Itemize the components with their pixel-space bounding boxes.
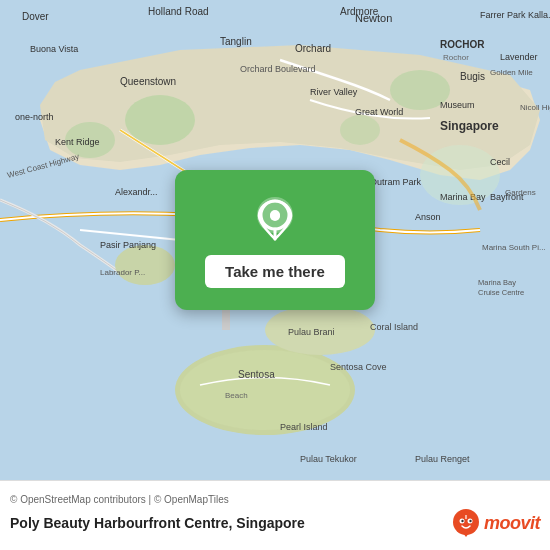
svg-text:Orchard: Orchard <box>295 43 331 54</box>
svg-point-70 <box>464 511 468 515</box>
pin-icon <box>250 193 300 243</box>
svg-point-10 <box>180 350 350 430</box>
svg-marker-72 <box>463 533 469 537</box>
svg-text:Anson: Anson <box>415 212 441 222</box>
svg-text:Singapore: Singapore <box>440 119 499 133</box>
svg-text:one-north: one-north <box>15 112 54 122</box>
svg-text:Pulau Renget: Pulau Renget <box>415 454 470 464</box>
svg-text:Buona Vista: Buona Vista <box>30 44 78 54</box>
svg-text:ROCHOR: ROCHOR <box>440 39 485 50</box>
place-name: Poly Beauty Harbourfront Centre, Singapo… <box>10 515 305 531</box>
svg-text:Tanglin: Tanglin <box>220 36 252 47</box>
svg-text:Marina Bay: Marina Bay <box>440 192 486 202</box>
svg-text:Gardens: Gardens <box>505 188 536 197</box>
svg-text:Outram Park: Outram Park <box>370 177 422 187</box>
svg-point-12 <box>115 245 175 285</box>
svg-text:Bugis: Bugis <box>460 71 485 82</box>
svg-text:Kalla...: Kalla... <box>528 10 550 20</box>
svg-point-8 <box>340 115 380 145</box>
svg-text:Cecil: Cecil <box>490 157 510 167</box>
svg-text:Sentosa: Sentosa <box>238 369 275 380</box>
svg-text:Sentosa Cove: Sentosa Cove <box>330 362 387 372</box>
svg-text:Dover: Dover <box>22 11 49 22</box>
moovit-mascot-icon <box>452 509 480 537</box>
svg-text:Holland Road: Holland Road <box>148 6 209 17</box>
svg-text:Kent Ridge: Kent Ridge <box>55 137 100 147</box>
svg-text:Lavender: Lavender <box>500 52 538 62</box>
svg-text:Coral Island: Coral Island <box>370 322 418 332</box>
svg-text:Labrador P...: Labrador P... <box>100 268 145 277</box>
svg-text:Marina South Pi...: Marina South Pi... <box>482 243 546 252</box>
svg-text:Rochor: Rochor <box>443 53 469 62</box>
bottom-bar: © OpenStreetMap contributors | © OpenMap… <box>0 480 550 550</box>
svg-text:Museum: Museum <box>440 100 475 110</box>
moovit-logo: moovit <box>452 509 540 537</box>
svg-text:Alexandr...: Alexandr... <box>115 187 158 197</box>
svg-text:Nicoll Highw...: Nicoll Highw... <box>520 103 550 112</box>
svg-text:Cruise Centre: Cruise Centre <box>478 288 524 297</box>
svg-point-68 <box>461 520 463 522</box>
svg-text:Pulau Tekukor: Pulau Tekukor <box>300 454 357 464</box>
svg-text:Pasir Panjang: Pasir Panjang <box>100 240 156 250</box>
attribution-text: © OpenStreetMap contributors | © OpenMap… <box>10 494 540 505</box>
svg-point-69 <box>469 520 471 522</box>
svg-text:Ardmore: Ardmore <box>340 6 379 17</box>
svg-point-5 <box>125 95 195 145</box>
svg-text:Pulau Brani: Pulau Brani <box>288 327 335 337</box>
svg-text:Orchard Boulevard: Orchard Boulevard <box>240 64 316 74</box>
take-me-there-button[interactable]: Take me there <box>205 255 345 288</box>
moovit-brand-text: moovit <box>484 513 540 534</box>
svg-text:Great World: Great World <box>355 107 403 117</box>
svg-text:Pearl Island: Pearl Island <box>280 422 328 432</box>
location-card: Take me there <box>175 170 375 310</box>
svg-text:Marina Bay: Marina Bay <box>478 278 516 287</box>
svg-point-64 <box>270 211 280 221</box>
map-container: Newton Orchard Dover Holland Road Buona … <box>0 0 550 480</box>
bottom-row: Poly Beauty Harbourfront Centre, Singapo… <box>10 509 540 537</box>
svg-text:Queenstown: Queenstown <box>120 76 176 87</box>
svg-text:Beach: Beach <box>225 391 248 400</box>
svg-text:Golden Mile: Golden Mile <box>490 68 533 77</box>
svg-text:Farrer Park: Farrer Park <box>480 10 526 20</box>
svg-text:River Valley: River Valley <box>310 87 358 97</box>
